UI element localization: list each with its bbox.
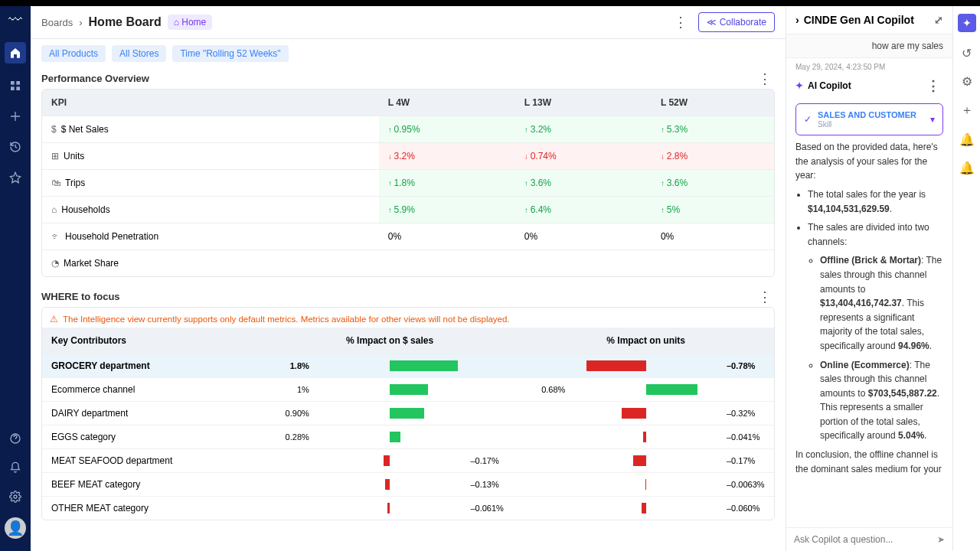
rail-add-icon[interactable]: ＋ — [961, 103, 973, 119]
left-sidebar: 〰 👤 — [0, 6, 31, 551]
nav-grid-icon[interactable] — [7, 77, 24, 94]
rail-bell-icon[interactable]: 🔔 — [959, 132, 975, 147]
contrib-table: Key Contributors% Impact on $ sales% Imp… — [42, 328, 774, 520]
svg-point-5 — [14, 495, 17, 498]
chevron-right-icon: › — [79, 17, 82, 28]
chevron-down-icon[interactable]: ▾ — [930, 114, 935, 125]
kpi-row[interactable]: $$ Net Sales0.95%3.2%5.3% — [42, 116, 774, 143]
focus-warning: ⚠ The Intelligence view currently suppor… — [42, 308, 774, 328]
logo-icon: 〰 — [8, 12, 22, 28]
nav-help-icon[interactable] — [7, 430, 24, 447]
contrib-row[interactable]: GROCERY department1.8%–0.78% — [42, 354, 774, 378]
perf-more-icon[interactable]: ⋮ — [755, 70, 775, 87]
contrib-col-header: % Impact on units — [518, 328, 774, 354]
nav-home-icon[interactable] — [5, 42, 26, 64]
contrib-row[interactable]: MEAT SEAFOOD department–0.17%–0.17% — [42, 449, 774, 473]
svg-rect-3 — [16, 86, 20, 90]
nav-bell-icon[interactable] — [7, 459, 24, 476]
collaborate-button[interactable]: ≪ Collaborate — [698, 12, 775, 32]
send-icon[interactable]: ➤ — [937, 534, 945, 545]
kpi-col-header: L 4W — [379, 90, 515, 116]
kpi-row[interactable]: ⊞Units3.2%0.74%2.8% — [42, 143, 774, 170]
focus-more-icon[interactable]: ⋮ — [755, 289, 775, 305]
rail-alert-icon[interactable]: 🔔 — [959, 161, 975, 175]
kpi-col-header: L 52W — [652, 90, 774, 116]
kpi-col-header: L 13W — [515, 90, 652, 116]
expand-icon[interactable]: ⤢ — [934, 14, 943, 26]
right-rail: ✦ ↺ ⚙ ＋ 🔔 🔔 — [952, 6, 980, 551]
kpi-icon: $ — [51, 124, 57, 135]
copilot-title: CINDE Gen AI Copilot — [804, 14, 914, 26]
kpi-row[interactable]: ⌂Households5.9%6.4%5% — [42, 197, 774, 223]
kpi-col-header: KPI — [42, 90, 379, 116]
filter-pill[interactable]: All Products — [41, 45, 106, 62]
filter-pill[interactable]: Time "Rolling 52 Weeks" — [172, 45, 288, 62]
copilot-response: Based on the provided data, here's the a… — [786, 140, 952, 527]
nav-history-icon[interactable] — [7, 139, 24, 155]
nav-add-icon[interactable] — [7, 108, 24, 125]
header-more-icon[interactable]: ⋮ — [671, 14, 691, 31]
page-header: Boards › Home Board ⌂ Home ⋮ ≪ Collabora… — [31, 6, 786, 39]
focus-card: ⚠ The Intelligence view currently suppor… — [41, 307, 775, 520]
warning-icon: ⚠ — [50, 314, 58, 324]
rail-sparkle-icon[interactable]: ✦ — [958, 14, 976, 32]
nav-settings-icon[interactable] — [7, 488, 24, 505]
kpi-row[interactable]: 🛍Trips1.8%3.6%3.6% — [42, 170, 774, 197]
page-title: Home Board — [89, 15, 162, 29]
filter-pill[interactable]: All Stores — [112, 45, 166, 62]
rail-settings-icon[interactable]: ⚙ — [962, 74, 972, 89]
copilot-input-bar: ➤ — [786, 527, 952, 551]
breadcrumb: Boards › Home Board ⌂ Home — [41, 15, 212, 30]
filter-bar: All ProductsAll StoresTime "Rolling 52 W… — [31, 39, 786, 68]
sparkle-icon: ✦ — [795, 80, 803, 91]
kpi-row[interactable]: ◔Market Share — [42, 250, 774, 277]
svg-rect-0 — [11, 81, 15, 85]
check-circle-icon: ✓ — [804, 114, 812, 125]
rail-history-icon[interactable]: ↺ — [962, 46, 972, 60]
svg-rect-1 — [16, 81, 20, 85]
ai-copilot-label: ✦ AI Copilot ⋮ — [786, 73, 952, 99]
copilot-msg-more-icon[interactable]: ⋮ — [923, 77, 943, 94]
kpi-table: KPIL 4WL 13WL 52W $$ Net Sales0.95%3.2%5… — [42, 90, 774, 276]
contrib-row[interactable]: Ecommerce channel1%0.68% — [42, 378, 774, 402]
kpi-icon: ◔ — [51, 258, 59, 269]
user-question: how are my sales — [786, 34, 952, 58]
copilot-panel: › CINDE Gen AI Copilot ⤢ how are my sale… — [786, 6, 952, 551]
contrib-col-header: % Impact on $ sales — [262, 328, 518, 354]
kpi-icon: ⊞ — [51, 151, 59, 161]
user-avatar[interactable]: 👤 — [5, 517, 26, 539]
svg-rect-2 — [11, 86, 15, 90]
chevron-right-icon[interactable]: › — [795, 14, 799, 26]
kpi-row[interactable]: ᯤHousehold Penetration0%0%0% — [42, 223, 774, 250]
contrib-row[interactable]: EGGS category0.28%–0.041% — [42, 425, 774, 449]
contrib-row[interactable]: BEEF MEAT category–0.13%–0.0063% — [42, 473, 774, 497]
home-badge[interactable]: ⌂ Home — [168, 15, 213, 30]
titlebar-strip — [0, 0, 980, 6]
copilot-header: › CINDE Gen AI Copilot ⤢ — [786, 6, 952, 34]
contrib-col-header: Key Contributors — [42, 328, 262, 354]
perf-title: Performance Overview — [41, 68, 149, 89]
kpi-icon: ⌂ — [51, 204, 57, 215]
perf-card: KPIL 4WL 13WL 52W $$ Net Sales0.95%3.2%5… — [41, 89, 775, 277]
copilot-timestamp: May 29, 2024, 4:23:50 PM — [786, 58, 952, 73]
nav-star-icon[interactable] — [7, 169, 24, 186]
breadcrumb-root[interactable]: Boards — [41, 17, 73, 28]
kpi-icon: 🛍 — [51, 178, 60, 188]
kpi-icon: ᯤ — [51, 231, 60, 242]
contrib-row[interactable]: OTHER MEAT category–0.061%–0.060% — [42, 497, 774, 520]
skill-badge[interactable]: ✓ SALES AND CUSTOMER Skill ▾ — [795, 103, 943, 135]
copilot-input[interactable] — [794, 534, 937, 545]
focus-title: WHERE to focus — [41, 286, 120, 307]
contrib-row[interactable]: DAIRY department0.90%–0.32% — [42, 402, 774, 425]
